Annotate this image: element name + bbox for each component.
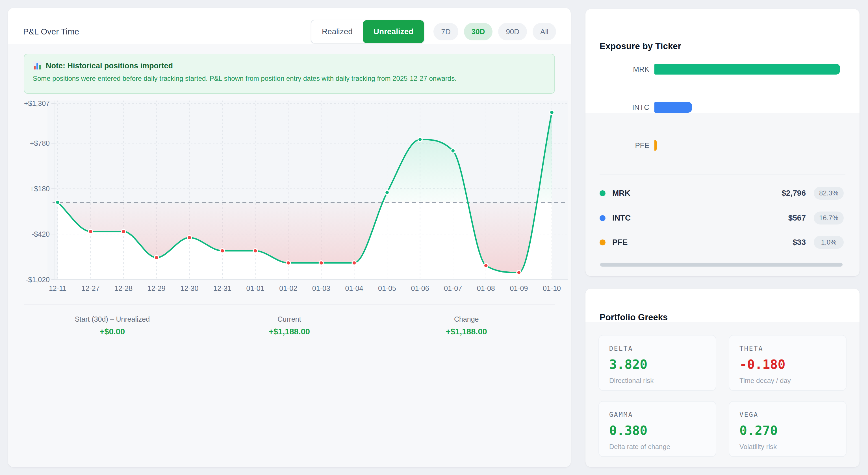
data-point-01-01 [253, 249, 257, 253]
legend-pct-badge: 82.3% [814, 187, 844, 200]
legend-ticker: PFE [612, 238, 627, 247]
greek-label: THETA [739, 345, 836, 352]
portfolio-dashboard: P&L Over Time RealizedUnrealized 7D30D90… [0, 0, 868, 475]
data-point-12-30 [187, 235, 192, 240]
exposure-bar-row-mrk: MRK [585, 64, 860, 75]
greek-caption: Directional risk [609, 377, 706, 385]
legend-row-mrk: MRK$2,79682.3% [599, 185, 844, 201]
data-point-01-06 [418, 137, 422, 141]
legend-pct-badge: 1.0% [814, 236, 844, 249]
data-point-12-29 [154, 256, 158, 260]
range-pill-90d[interactable]: 90D [498, 23, 527, 40]
pnl-summary-row: Start (30d) – Unrealized+$0.00Current+$1… [24, 305, 555, 336]
greeks-grid: DELTA3.820Directional riskTHETA-0.180Tim… [598, 335, 846, 457]
summary-label: Current [201, 315, 378, 323]
exposure-bar-label: MRK [585, 65, 654, 74]
y-axis-label: -$1,020 [26, 276, 50, 284]
greek-value: 3.820 [609, 357, 706, 372]
range-pill-7d[interactable]: 7D [433, 23, 458, 40]
toggle-unrealized[interactable]: Unrealized [363, 20, 424, 43]
range-pill-all[interactable]: All [533, 23, 556, 40]
greek-tile-vega: VEGA0.270Volatility risk [729, 401, 846, 457]
data-point-01-07 [451, 149, 455, 153]
x-axis-label-12-30: 12-30 [180, 284, 198, 292]
y-axis-label: +$180 [30, 185, 50, 193]
data-point-12-27 [88, 229, 93, 233]
exposure-bar-pfe[interactable] [654, 140, 657, 151]
greek-tile-theta: THETA-0.180Time decay / day [729, 335, 846, 391]
greek-label: DELTA [609, 345, 706, 352]
data-point-01-08 [484, 263, 488, 268]
data-point-01-03 [319, 261, 323, 265]
divider [599, 175, 845, 175]
x-axis-label-01-07: 01-07 [444, 284, 462, 292]
x-axis-label-12-31: 12-31 [213, 284, 231, 292]
legend-dot [599, 240, 606, 245]
summary-col-0: Start (30d) – Unrealized+$0.00 [24, 315, 201, 336]
time-range-pills: 7D30D90DAll [433, 23, 556, 40]
x-axis-label-12-11: 12-11 [49, 284, 66, 292]
x-axis-label-01-06: 01-06 [411, 284, 429, 292]
greek-tile-gamma: GAMMA0.380Delta rate of change [598, 401, 716, 457]
toggle-realized[interactable]: Realized [311, 20, 363, 43]
greek-label: VEGA [739, 411, 836, 418]
greek-tile-delta: DELTA3.820Directional risk [598, 335, 716, 391]
x-axis-label-01-03: 01-03 [312, 284, 330, 292]
greek-caption: Volatility risk [739, 443, 836, 451]
summary-label: Start (30d) – Unrealized [24, 315, 201, 323]
y-axis-label: -$420 [32, 230, 50, 238]
exposure-by-ticker-card: MRKINTCPFE Exposure by Ticker MRK$2,7968… [585, 9, 860, 276]
legend-dot [599, 190, 606, 196]
note-title: Note: Historical positions imported [46, 62, 173, 70]
greek-value: -0.180 [739, 357, 836, 372]
legend-ticker: INTC [612, 214, 631, 223]
data-point-12-28 [122, 229, 126, 233]
horizontal-scrollbar-thumb[interactable] [600, 263, 843, 266]
greek-caption: Delta rate of change [609, 443, 706, 451]
x-axis-label-01-05: 01-05 [378, 284, 396, 292]
legend-value: $2,796 [781, 189, 806, 198]
x-axis-label-12-28: 12-28 [115, 284, 132, 292]
legend-ticker: MRK [612, 189, 630, 198]
data-point-01-10 [550, 110, 554, 115]
exposure-chart-background [585, 9, 860, 113]
range-pill-30d[interactable]: 30D [464, 23, 493, 40]
legend-row-pfe: PFE$331.0% [599, 234, 844, 250]
exposure-card-title: Exposure by Ticker [599, 41, 681, 52]
exposure-bar-row-pfe: PFE [585, 140, 860, 151]
note-banner: Note: Historical positions imported Some… [24, 54, 555, 94]
summary-label: Change [378, 315, 555, 323]
x-axis-label-01-01: 01-01 [246, 284, 265, 292]
data-point-01-05 [385, 190, 390, 195]
x-axis-label-01-09: 01-09 [510, 284, 528, 292]
summary-value: +$0.00 [24, 327, 201, 336]
y-axis-label: +$1,307 [24, 99, 50, 107]
greek-value: 0.380 [609, 423, 706, 438]
summary-col-2: Change+$1,188.00 [378, 315, 555, 336]
legend-value: $567 [788, 214, 806, 223]
x-axis-label-01-08: 01-08 [477, 284, 495, 292]
legend-pct-badge: 16.7% [814, 212, 844, 224]
data-point-01-02 [286, 261, 290, 265]
note-title-row: Note: Historical positions imported [33, 61, 546, 70]
summary-value: +$1,188.00 [201, 327, 378, 336]
x-axis-label-12-27: 12-27 [82, 284, 100, 292]
chart-controls: RealizedUnrealized 7D30D90DAll [311, 20, 556, 43]
data-point-12-31 [220, 249, 225, 253]
exposure-bar-label: PFE [585, 141, 654, 150]
exposure-bar-mrk[interactable] [654, 64, 840, 74]
pnl-over-time-card: P&L Over Time RealizedUnrealized 7D30D90… [8, 8, 571, 467]
y-axis-label: +$780 [30, 139, 50, 147]
greek-label: GAMMA [609, 411, 706, 418]
summary-value: +$1,188.00 [378, 327, 555, 336]
pnl-card-title: P&L Over Time [23, 27, 79, 36]
exposure-bar-intc[interactable] [654, 102, 692, 113]
x-axis-label-01-04: 01-04 [345, 284, 363, 292]
portfolio-greeks-card: Portfolio Greeks DELTA3.820Directional r… [585, 289, 860, 467]
greek-caption: Time decay / day [739, 377, 836, 385]
legend-row-intc: INTC$56716.7% [599, 210, 844, 226]
data-point-01-04 [352, 261, 356, 265]
x-axis-label-01-10: 01-10 [543, 284, 561, 292]
data-point-12-11 [56, 200, 60, 204]
pnl-line-chart[interactable]: +$1,307+$780+$180-$420-$1,02012-1112-271… [8, 98, 571, 296]
